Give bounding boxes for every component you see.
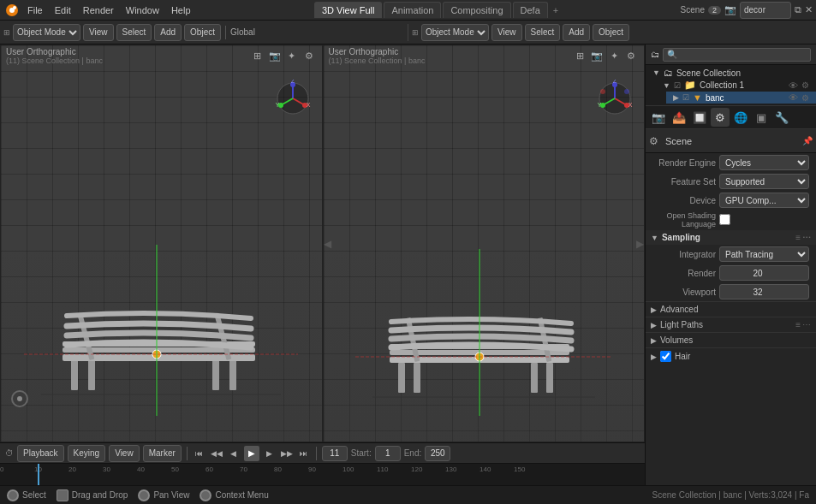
close-icon[interactable]: ✕ [805, 4, 813, 15]
jump-end-btn[interactable]: ⏭ [297, 447, 311, 460]
left-camera-icon[interactable]: 📷 [267, 49, 283, 64]
timeline-view-btn[interactable]: View [109, 445, 140, 462]
left-settings-icon[interactable]: ⚙ [301, 49, 317, 64]
render-engine-select[interactable]: Cycles [719, 155, 809, 170]
viewport-samples-control [719, 284, 809, 299]
banc-item[interactable]: ▶ ☑ ▼ banc 👁 ⚙ [666, 92, 816, 104]
copy-icon[interactable]: ⧉ [795, 4, 801, 15]
right-viewport[interactable]: User Orthographic (11) Scene Collection … [323, 44, 646, 442]
render-samples-control [719, 265, 809, 281]
right-mode-select[interactable]: Object Mode [421, 24, 489, 41]
split-arrow-left[interactable]: ◀ [324, 238, 331, 250]
advanced-section[interactable]: ▶ Advanced [646, 301, 816, 317]
right-view-btn[interactable]: View [491, 24, 522, 41]
advanced-chevron: ▶ [651, 305, 657, 314]
current-frame-input[interactable] [322, 446, 348, 461]
light-paths-list-icon[interactable]: ≡ [795, 320, 801, 329]
light-paths-dots-icon[interactable]: ⋯ [802, 320, 811, 329]
sampling-list-icon[interactable]: ≡ [795, 233, 801, 242]
sampling-section-header[interactable]: ▼ Sampling ≡ ⋯ [646, 230, 816, 245]
left-viewport[interactable]: User Orthographic (11) Scene Collection … [0, 44, 323, 442]
prop-icon-view-layer[interactable]: 🔲 [690, 108, 709, 127]
open-shading-checkbox[interactable] [719, 214, 730, 225]
prop-icon-object[interactable]: ▣ [752, 108, 771, 127]
scene-collection-item[interactable]: ▼ 🗂 Scene Collection [646, 67, 816, 79]
prop-icon-world[interactable]: 🌐 [731, 108, 750, 127]
right-grid-icon[interactable]: ⊞ [572, 49, 587, 64]
menu-edit[interactable]: Edit [50, 3, 76, 17]
volumes-section[interactable]: ▶ Volumes [646, 332, 816, 347]
outliner-search[interactable] [663, 48, 811, 62]
right-select-btn[interactable]: Select [525, 24, 561, 41]
feature-set-select[interactable]: Supported [719, 174, 809, 189]
left-grid-icon[interactable]: ⊞ [250, 49, 265, 64]
marker-btn[interactable]: Marker [143, 445, 182, 462]
prop-icon-render[interactable]: 📷 [649, 108, 668, 127]
pin-icon[interactable]: 📌 [802, 136, 813, 145]
light-paths-section[interactable]: ▶ Light Paths ≡ ⋯ [646, 317, 816, 332]
tab-default[interactable]: Defa [513, 2, 548, 18]
select-label: Select [22, 490, 46, 500]
playback-btn[interactable]: Playback [17, 445, 64, 462]
collection1-extra-icon[interactable]: ⚙ [801, 80, 809, 90]
banc-extra-icon[interactable]: ⚙ [801, 93, 809, 103]
menu-window[interactable]: Window [121, 3, 164, 17]
menu-help[interactable]: Help [166, 3, 196, 17]
left-vp-icon: ⊞ [3, 28, 10, 37]
tab-3d-view[interactable]: 3D View Full [314, 2, 383, 18]
prop-icon-output[interactable]: 📤 [670, 108, 688, 127]
outliner-icon: 🗂 [651, 50, 659, 59]
next-keyframe-btn[interactable]: ▶▶ [280, 447, 294, 460]
svg-text:Y: Y [598, 102, 602, 108]
hair-label: Hair [675, 352, 690, 361]
left-select-btn[interactable]: Select [116, 24, 152, 41]
left-add-btn[interactable]: Add [154, 24, 182, 41]
end-frame-input[interactable] [425, 446, 450, 461]
play-btn[interactable]: ▶ [244, 446, 259, 461]
right-camera-icon[interactable]: 📷 [589, 49, 605, 64]
prev-keyframe-btn[interactable]: ◀◀ [210, 447, 223, 460]
jump-start-btn[interactable]: ⏮ [193, 447, 206, 460]
left-transform-controls: Global [230, 27, 255, 37]
prop-icon-modifier[interactable]: 🔧 [772, 108, 791, 127]
right-add-btn[interactable]: Add [563, 24, 590, 41]
step-back-btn[interactable]: ◀ [227, 447, 241, 460]
right-object-btn[interactable]: Object [593, 24, 629, 41]
start-frame-input[interactable] [375, 446, 401, 461]
prop-icons-row: 📷 📤 🔲 ⚙ 🌐 ▣ 🔧 [646, 106, 816, 129]
sampling-dots-icon[interactable]: ⋯ [802, 233, 811, 242]
menu-render[interactable]: Render [78, 3, 119, 17]
hair-chevron: ▶ [651, 353, 657, 361]
viewport-samples-input[interactable] [719, 284, 809, 299]
banc-eye-icon[interactable]: 👁 [789, 92, 798, 103]
scene-collection-chevron: ▼ [652, 68, 660, 77]
left-mode-select[interactable]: Object Mode [13, 24, 80, 41]
left-render-icon[interactable]: ✦ [284, 49, 300, 64]
left-object-btn[interactable]: Object [184, 24, 221, 41]
hair-checkbox[interactable] [660, 351, 671, 362]
integrator-select[interactable]: Path Tracing [719, 246, 809, 262]
collection1-eye-icon[interactable]: 👁 [789, 80, 798, 91]
status-drag-drop: Drag and Drop [57, 489, 128, 501]
add-workspace[interactable]: + [550, 5, 562, 15]
left-view-btn[interactable]: View [83, 24, 114, 41]
volumes-label: Volumes [660, 335, 693, 345]
split-arrow-right[interactable]: ▶ [636, 238, 644, 250]
step-fwd-btn[interactable]: ▶ [263, 447, 277, 460]
render-samples-input[interactable] [719, 265, 809, 281]
svg-rect-41 [531, 363, 538, 393]
object-name-input[interactable] [740, 2, 791, 19]
right-render-icon[interactable]: ✦ [606, 49, 622, 64]
collection1-item[interactable]: ▼ ☑ 📁 Collection 1 👁 ⚙ [656, 79, 816, 92]
integrator-label: Integrator [656, 250, 716, 259]
tab-compositing[interactable]: Compositing [443, 2, 510, 18]
menu-file[interactable]: File [22, 3, 48, 17]
device-select[interactable]: GPU Comp... [719, 193, 809, 208]
hair-section[interactable]: ▶ Hair [646, 347, 816, 365]
right-settings-icon[interactable]: ⚙ [623, 49, 639, 64]
prop-icon-scene[interactable]: ⚙ [711, 108, 730, 127]
keying-btn[interactable]: Keying [68, 445, 106, 462]
timeline-playhead[interactable] [38, 464, 39, 485]
tab-animation[interactable]: Animation [384, 2, 441, 18]
timeline-track[interactable]: 0 10 20 30 40 50 60 70 80 90 100 110 120… [0, 464, 645, 485]
